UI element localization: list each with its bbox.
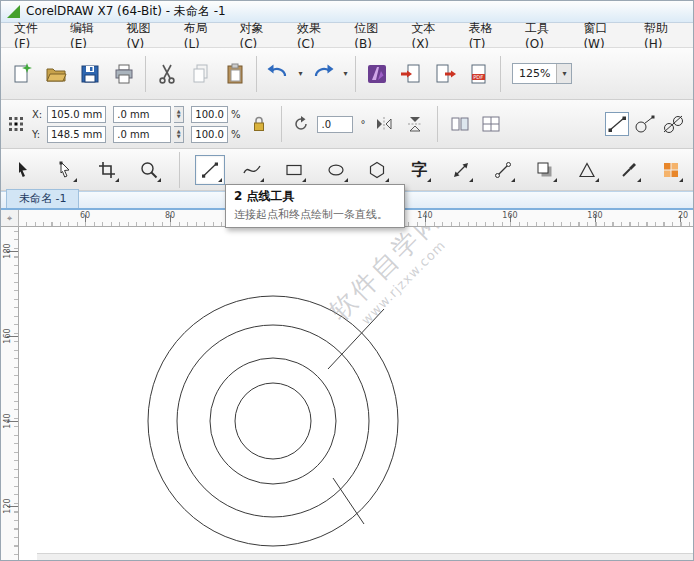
zoom-level-select[interactable]: 125% ▾ bbox=[512, 63, 572, 84]
zoom-level-value: 125% bbox=[513, 67, 556, 80]
toolbox-separator bbox=[179, 152, 180, 188]
mesh-fill-tool[interactable] bbox=[656, 155, 686, 185]
page-layout-button[interactable] bbox=[448, 112, 472, 136]
horizontal-scrollbar[interactable] bbox=[37, 553, 693, 560]
connector-tool-icon bbox=[493, 160, 513, 180]
hruler-label: 140 bbox=[417, 211, 432, 220]
hruler-label: 60 bbox=[80, 211, 90, 220]
lock-ratio-button[interactable] bbox=[247, 112, 271, 136]
drawing-svg bbox=[19, 227, 693, 560]
text-tool-glyph: 字 bbox=[411, 162, 427, 178]
height-spinner[interactable]: ▲▼ bbox=[174, 126, 184, 143]
shape-tool[interactable] bbox=[50, 155, 80, 185]
zoom-tool[interactable] bbox=[134, 155, 164, 185]
ellipse-tool[interactable] bbox=[321, 155, 351, 185]
crop-tool-icon bbox=[97, 160, 117, 180]
y-position-field[interactable]: 148.5 mm bbox=[47, 126, 106, 143]
mirror-vertical-button[interactable] bbox=[403, 112, 427, 136]
printer-icon bbox=[112, 62, 136, 86]
copy-button[interactable] bbox=[185, 55, 217, 93]
cut-button[interactable] bbox=[151, 55, 183, 93]
search-content-icon bbox=[365, 62, 389, 86]
x-position-field[interactable]: 105.0 mm bbox=[47, 106, 106, 123]
lock-icon bbox=[251, 115, 267, 133]
basic-shapes-tool-icon bbox=[577, 160, 597, 180]
export-button[interactable] bbox=[429, 55, 461, 93]
print-button[interactable] bbox=[108, 55, 140, 93]
two-point-line-icon bbox=[606, 114, 628, 134]
pdf-icon: PDF bbox=[467, 62, 491, 86]
open-folder-icon bbox=[44, 62, 68, 86]
y-position-label: Y: bbox=[32, 129, 44, 140]
pick-tool[interactable] bbox=[8, 155, 38, 185]
undo-dropdown-caret[interactable]: ▾ bbox=[296, 69, 305, 78]
drop-shadow-tool[interactable] bbox=[530, 155, 560, 185]
redo-button[interactable] bbox=[307, 55, 339, 93]
paste-button[interactable] bbox=[219, 55, 251, 93]
grid-options-button[interactable] bbox=[479, 112, 503, 136]
vruler-label: 120 bbox=[2, 496, 14, 516]
export-icon bbox=[433, 62, 457, 86]
scale-v-field[interactable]: 100.0 bbox=[191, 126, 228, 143]
scale-h-field[interactable]: 100.0 bbox=[191, 106, 228, 123]
propbar-separator bbox=[281, 106, 282, 142]
object-height-field[interactable]: .0 mm bbox=[113, 126, 171, 143]
two-point-line-mode-button[interactable] bbox=[605, 112, 629, 136]
rectangle-tool-icon bbox=[284, 160, 304, 180]
menu-bar: 文件(F) 编辑(E) 视图(V) 布局(L) 对象(C) 效果(C) 位图(B… bbox=[1, 23, 693, 48]
hruler-label: 160 bbox=[502, 211, 517, 220]
zoom-tool-icon bbox=[139, 160, 159, 180]
open-button[interactable] bbox=[40, 55, 72, 93]
pick-tool-icon bbox=[13, 160, 33, 180]
width-spinner[interactable]: ▲▼ bbox=[174, 106, 184, 123]
toolbar-separator bbox=[355, 56, 356, 92]
hruler-label: 20 bbox=[678, 211, 688, 220]
two-point-line-tool-icon bbox=[200, 160, 220, 180]
ellipse-tool-icon bbox=[326, 160, 346, 180]
svg-text:PDF: PDF bbox=[473, 73, 483, 79]
zoom-dropdown-caret[interactable]: ▾ bbox=[556, 64, 571, 83]
mirror-horizontal-button[interactable] bbox=[372, 112, 396, 136]
two-point-line-tool[interactable] bbox=[195, 155, 225, 185]
object-position-icon bbox=[7, 115, 25, 133]
connector-tool[interactable] bbox=[488, 155, 518, 185]
tool-tooltip: 2 点线工具 连接起点和终点绘制一条直线。 bbox=[225, 184, 405, 228]
undo-button[interactable] bbox=[262, 55, 294, 93]
vertical-ruler: 180 160 140 120 bbox=[1, 227, 19, 560]
hruler-label: 80 bbox=[165, 211, 175, 220]
tangent-line-mode-button[interactable] bbox=[661, 112, 685, 136]
redo-dropdown-caret[interactable]: ▾ bbox=[341, 69, 350, 78]
drop-shadow-tool-icon bbox=[535, 160, 555, 180]
object-width-field[interactable]: .0 mm bbox=[113, 106, 171, 123]
crop-tool[interactable] bbox=[92, 155, 122, 185]
rotation-angle-field[interactable]: .0 bbox=[317, 116, 353, 133]
toolbar-separator bbox=[256, 56, 257, 92]
standard-toolbar: ▾ ▾ PDF 125% ▾ bbox=[1, 48, 693, 100]
artistic-media-tool[interactable] bbox=[237, 155, 267, 185]
document-tab[interactable]: 未命名 -1 bbox=[6, 189, 79, 208]
shape-tool-icon bbox=[55, 160, 75, 180]
eyedropper-tool[interactable] bbox=[614, 155, 644, 185]
mirror-horizontal-icon bbox=[375, 116, 393, 132]
basic-shapes-tool[interactable] bbox=[572, 155, 602, 185]
x-position-label: X: bbox=[32, 109, 44, 120]
new-document-button[interactable] bbox=[6, 55, 38, 93]
text-tool[interactable]: 字 bbox=[404, 155, 434, 185]
new-document-icon bbox=[10, 62, 34, 86]
publish-pdf-button[interactable]: PDF bbox=[463, 55, 495, 93]
import-button[interactable] bbox=[395, 55, 427, 93]
ruler-origin-corner[interactable]: ⌖ bbox=[1, 210, 19, 227]
undo-icon bbox=[266, 62, 290, 86]
hruler-label: 180 bbox=[587, 211, 602, 220]
perpendicular-line-mode-button[interactable] bbox=[633, 112, 657, 136]
tooltip-title: 2 点线工具 bbox=[234, 188, 396, 205]
search-content-button[interactable] bbox=[361, 55, 393, 93]
drawing-canvas[interactable]: 软件自学网 www.rjzxw.com bbox=[19, 227, 693, 560]
rectangle-tool[interactable] bbox=[279, 155, 309, 185]
save-button[interactable] bbox=[74, 55, 106, 93]
tangent-line-icon bbox=[662, 114, 684, 134]
dimension-tool[interactable] bbox=[446, 155, 476, 185]
save-floppy-icon bbox=[78, 62, 102, 86]
property-bar: X: 105.0 mm Y: 148.5 mm .0 mm ▲▼ .0 mm ▲… bbox=[1, 100, 693, 149]
polygon-tool[interactable] bbox=[363, 155, 393, 185]
